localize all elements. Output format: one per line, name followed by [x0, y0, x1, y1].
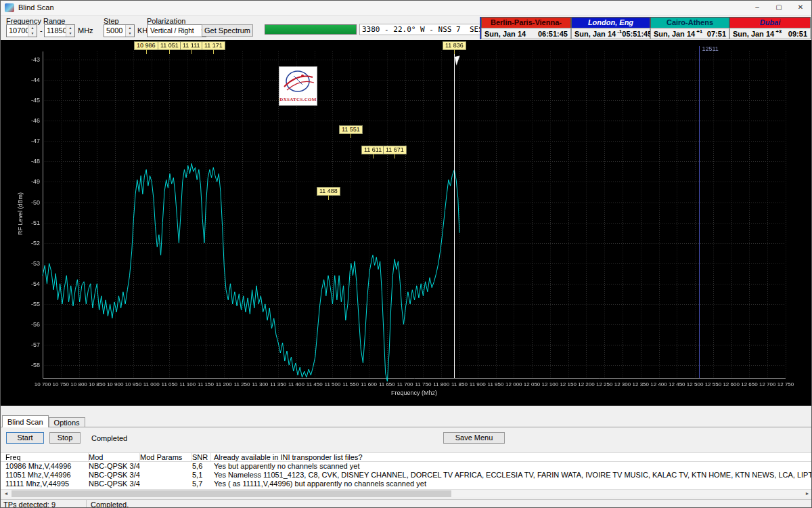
freq-to-spinner[interactable]: 11850 ▲▼: [44, 24, 75, 37]
table-cell: Yes Nameless 11051_4123, C8, CVK, DISNEY…: [211, 471, 812, 480]
clock-time: 06:51:45: [538, 30, 570, 38]
get-spectrum-button[interactable]: Get Spectrum: [202, 24, 253, 37]
clock-date: Sun, Jan 14: [482, 30, 526, 38]
clock-cairo: Cairo-Athens Sun, Jan 14 +1 07:51: [650, 17, 729, 39]
statusbar-message: Completed.: [87, 500, 129, 508]
column-header-snr[interactable]: SNR: [192, 453, 211, 461]
freq-from-spinner[interactable]: 10700 ▲▼: [6, 24, 37, 37]
blind-scan-window: Blind Scan – ▢ ✕ Frequency Range 10700 ▲…: [0, 0, 812, 508]
table-cell: NBC-QPSK 3/4: [89, 471, 140, 480]
table-cell: Yes but apparently no channels scanned y…: [211, 462, 812, 471]
clock-offset: +1: [696, 28, 702, 35]
transponder-marker[interactable]: 11 111: [180, 41, 203, 50]
clock-header-0: Berlin-Paris-Vienna-Roma: [481, 17, 571, 28]
table-cell: NBC-QPSK 3/4: [89, 462, 140, 471]
transponder-marker[interactable]: 11 671: [383, 146, 407, 154]
tab-options[interactable]: Options: [49, 417, 85, 427]
satellite-position-display: 3380 - 22.0° W - NSS 7 SES 4: [359, 24, 495, 35]
transponder-marker[interactable]: 11 551: [339, 125, 363, 134]
clock-date: Sun, Jan 14: [651, 30, 695, 38]
table-row[interactable]: 10986 Mhz,V,44996NBC-QPSK 3/45,6Yes but …: [1, 462, 812, 471]
clock-offset: -1: [617, 28, 622, 35]
spinner-arrows-icon[interactable]: ▲▼: [125, 25, 134, 37]
statusbar: TPs detected: 9 Completed.: [1, 499, 812, 508]
column-header-mod-params[interactable]: Mod Params: [140, 453, 192, 461]
world-clocks: Berlin-Paris-Vienna-Roma Sun, Jan 14 06:…: [480, 17, 811, 39]
tabstrip: Blind Scan Options: [2, 415, 85, 427]
app-icon: [5, 3, 14, 12]
polarization-dropdown[interactable]: Vertical / Right ▾: [147, 24, 206, 37]
start-button[interactable]: Start: [6, 432, 44, 444]
horizontal-scrollbar[interactable]: ◄ ►: [1, 489, 812, 497]
table-row[interactable]: 11111 Mhz,V,44995NBC-QPSK 3/45,7Yes ( as…: [1, 480, 812, 488]
table-cell: 5,7: [192, 480, 211, 488]
transponder-marker[interactable]: 10 986: [134, 41, 158, 50]
column-header-available[interactable]: Already available in INI transponder lis…: [211, 453, 812, 461]
transponder-marker[interactable]: 11 051: [158, 41, 181, 50]
step-spinner[interactable]: 5000 ▲▼: [104, 24, 135, 37]
clock-berlin: Berlin-Paris-Vienna-Roma Sun, Jan 14 06:…: [481, 17, 571, 39]
clock-london: London, Eng Sun, Jan 14 -1 05:51:45: [571, 17, 650, 39]
spectrum-canvas[interactable]: [1, 40, 812, 406]
table-cell: 10986 Mhz,V,44996: [1, 462, 89, 471]
stop-button[interactable]: Stop: [49, 432, 81, 444]
column-header-freq[interactable]: Freq: [1, 453, 89, 461]
clock-offset: +3: [775, 28, 782, 35]
range-separator: -: [40, 26, 43, 35]
table-cell: NBC-QPSK 3/4: [89, 480, 140, 488]
table-cell: 11111 Mhz,V,44995: [1, 480, 89, 488]
clock-header-1: London, Eng: [571, 17, 650, 28]
table-cell: 5,6: [192, 462, 211, 471]
titlebar: Blind Scan – ▢ ✕: [1, 1, 811, 16]
dxsatcs-logo: DXSATCS.COM: [279, 66, 317, 106]
table-body: 10986 Mhz,V,44996NBC-QPSK 3/45,6Yes but …: [1, 462, 812, 489]
maximize-button[interactable]: ▢: [768, 1, 790, 16]
clock-header-2: Cairo-Athens: [650, 17, 729, 28]
transponder-marker[interactable]: 11 171: [202, 41, 225, 50]
spectrum-chart: RF Level (dBm) Frequency (Mhz) 10 98611 …: [1, 40, 812, 406]
table-cell: [140, 462, 192, 471]
clock-time: 09:51: [788, 30, 810, 38]
window-title: Blind Scan: [18, 3, 54, 12]
spinner-arrows-icon[interactable]: ▲▼: [66, 25, 74, 37]
column-header-mod[interactable]: Mod: [89, 453, 140, 461]
scan-status-label: Completed: [91, 434, 127, 442]
clock-dubai: Dubai Sun, Jan 14 +3 09:51: [729, 17, 811, 39]
bottom-panel: Blind Scan Options Start Stop Completed …: [1, 406, 812, 508]
clock-date: Sun, Jan 14: [730, 30, 774, 38]
tps-detected-label: TPs detected: 9: [1, 500, 87, 508]
clock-header-3: Dubai: [729, 17, 811, 28]
transponder-marker[interactable]: 11 836: [443, 41, 466, 50]
clock-date: Sun, Jan 14: [572, 30, 616, 38]
scroll-left-icon[interactable]: ◄: [1, 490, 12, 497]
table-cell: [140, 480, 192, 488]
close-button[interactable]: ✕: [790, 1, 811, 16]
logo-text: DXSATCS.COM: [279, 97, 317, 102]
reference-line-label: 12511: [702, 45, 719, 52]
clock-time: 07:51: [707, 30, 729, 38]
table-cell: 11051 Mhz,V,44996: [1, 471, 89, 480]
table-cell: 5,1: [192, 471, 211, 480]
scrollbar-thumb[interactable]: [12, 490, 451, 497]
table-cell: Yes ( as 11111,V,44996) but apparently n…: [211, 480, 812, 488]
transponder-marker[interactable]: 11 488: [317, 187, 340, 196]
minimize-button[interactable]: –: [746, 1, 768, 16]
spinner-arrows-icon[interactable]: ▲▼: [28, 25, 37, 37]
table-row[interactable]: 11051 Mhz,V,44996NBC-QPSK 3/45,1Yes Name…: [1, 471, 812, 480]
table-header: Freq Mod Mod Params SNR Already availabl…: [1, 452, 812, 462]
scroll-right-icon[interactable]: ►: [802, 490, 812, 497]
blind-scan-tab-panel: Start Stop Completed Save Menu Freq Mod …: [1, 427, 812, 508]
tab-blind-scan[interactable]: Blind Scan: [2, 415, 49, 427]
freq-unit-label: MHz: [78, 26, 93, 35]
x-axis-title: Frequency (Mhz): [43, 389, 786, 396]
transponder-marker[interactable]: 11 611: [361, 146, 384, 154]
save-menu-button[interactable]: Save Menu: [443, 432, 505, 444]
table-cell: [140, 471, 192, 480]
scan-progress-bar: [265, 24, 357, 35]
y-axis-title: RF Level (dBm): [17, 192, 24, 235]
logo-graphic: [280, 67, 316, 96]
